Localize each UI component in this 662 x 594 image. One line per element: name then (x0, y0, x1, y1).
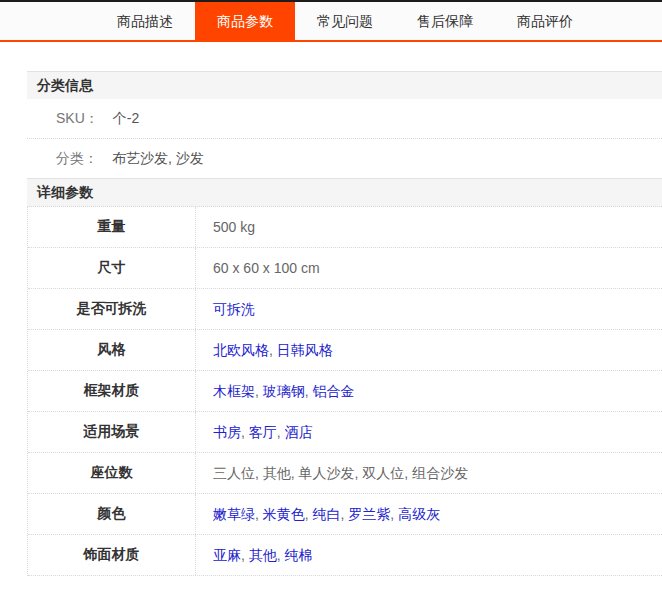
param-label: 座位数 (28, 453, 196, 493)
value-separator: , (255, 506, 263, 523)
value-separator: , (241, 424, 249, 441)
param-row-frame-material: 框架材质木框架, 玻璃钢, 铝合金 (28, 371, 662, 412)
param-value-text: 三人位 (213, 465, 255, 482)
param-value-text: 单人沙发 (299, 465, 355, 482)
param-label: 颜色 (28, 494, 196, 534)
category-info-title: 分类信息 (27, 71, 662, 99)
param-value-link[interactable]: 其他 (249, 547, 277, 564)
param-value-link[interactable]: 铝合金 (313, 383, 355, 400)
param-values: 60 x 60 x 100 cm (196, 248, 330, 288)
param-value-text: 500 kg (213, 219, 255, 236)
param-value-link[interactable]: 玻璃钢 (263, 383, 305, 400)
param-label: 框架材质 (28, 371, 196, 411)
param-value-link[interactable]: 木框架 (213, 383, 255, 400)
param-value-link[interactable]: 亚麻 (213, 547, 241, 564)
category-row-category: 分类：布艺沙发, 沙发 (27, 139, 662, 178)
category-row-value: 个-2 (113, 110, 139, 126)
param-table: 重量500 kg尺寸60 x 60 x 100 cm是否可拆洗可拆洗风格北欧风格… (27, 207, 662, 576)
tab-faq[interactable]: 常见问题 (295, 2, 395, 40)
param-row-size: 尺寸60 x 60 x 100 cm (28, 248, 662, 289)
param-row-finish-material: 饰面材质亚麻, 其他, 纯棉 (28, 535, 662, 576)
param-value-link[interactable]: 纯棉 (285, 547, 313, 564)
param-row-seats: 座位数三人位, 其他, 单人沙发, 双人位, 组合沙发 (28, 453, 662, 494)
category-row-label: 分类： (56, 150, 98, 166)
param-label: 适用场景 (28, 412, 196, 452)
param-value-text: 双人位 (362, 465, 404, 482)
param-row-color: 颜色嫩草绿, 米黄色, 纯白, 罗兰紫, 高级灰 (28, 494, 662, 535)
category-row-sku: SKU：个-2 (27, 99, 662, 139)
value-separator: , (355, 465, 363, 482)
product-tabs: 商品描述商品参数常见问题售后保障商品评价 (0, 2, 662, 42)
value-separator: , (241, 547, 249, 564)
detail-params-title: 详细参数 (27, 178, 662, 207)
param-value-link[interactable]: 可拆洗 (213, 301, 255, 318)
param-label: 尺寸 (28, 248, 196, 288)
param-row-scene: 适用场景书房, 客厅, 酒店 (28, 412, 662, 453)
param-values: 亚麻, 其他, 纯棉 (196, 535, 323, 575)
value-separator: , (255, 465, 263, 482)
param-values: 书房, 客厅, 酒店 (196, 412, 323, 452)
param-value-text: 其他 (263, 465, 291, 482)
param-value-link[interactable]: 纯白 (313, 506, 341, 523)
param-value-link[interactable]: 米黄色 (263, 506, 305, 523)
value-separator: , (305, 506, 313, 523)
param-value-link[interactable]: 罗兰紫 (348, 506, 390, 523)
param-row-weight: 重量500 kg (28, 207, 662, 248)
param-values: 嫩草绿, 米黄色, 纯白, 罗兰紫, 高级灰 (196, 494, 450, 534)
detail-params-section: 详细参数 重量500 kg尺寸60 x 60 x 100 cm是否可拆洗可拆洗风… (27, 178, 662, 576)
param-values: 北欧风格, 日韩风格 (196, 330, 343, 370)
tab-product-params[interactable]: 商品参数 (195, 2, 295, 40)
param-row-style: 风格北欧风格, 日韩风格 (28, 330, 662, 371)
param-label: 是否可拆洗 (28, 289, 196, 329)
param-label: 重量 (28, 207, 196, 247)
param-value-link[interactable]: 酒店 (285, 424, 313, 441)
value-separator: , (277, 547, 285, 564)
value-separator: , (269, 342, 277, 359)
category-rows: SKU：个-2分类：布艺沙发, 沙发 (27, 99, 662, 178)
value-separator: , (291, 465, 299, 482)
value-separator: , (255, 383, 263, 400)
param-values: 三人位, 其他, 单人沙发, 双人位, 组合沙发 (196, 453, 478, 493)
category-row-label: SKU： (56, 110, 99, 126)
param-value-text: 组合沙发 (412, 465, 468, 482)
content: 分类信息 SKU：个-2分类：布艺沙发, 沙发 详细参数 重量500 kg尺寸6… (27, 71, 662, 576)
value-separator: , (341, 506, 349, 523)
value-separator: , (404, 465, 412, 482)
param-values: 木框架, 玻璃钢, 铝合金 (196, 371, 365, 411)
param-label: 风格 (28, 330, 196, 370)
param-value-link[interactable]: 书房 (213, 424, 241, 441)
param-value-link[interactable]: 北欧风格 (213, 342, 269, 359)
param-label: 饰面材质 (28, 535, 196, 575)
param-values: 可拆洗 (196, 289, 265, 329)
tab-reviews[interactable]: 商品评价 (495, 2, 595, 40)
value-separator: , (305, 383, 313, 400)
tab-product-description[interactable]: 商品描述 (95, 2, 195, 40)
category-row-value: 布艺沙发, 沙发 (112, 150, 204, 166)
param-value-link[interactable]: 客厅 (249, 424, 277, 441)
value-separator: , (277, 424, 285, 441)
param-value-link[interactable]: 日韩风格 (277, 342, 333, 359)
param-value-text: 60 x 60 x 100 cm (213, 260, 320, 277)
param-value-link[interactable]: 高级灰 (398, 506, 440, 523)
param-values: 500 kg (196, 207, 265, 247)
tab-after-sales[interactable]: 售后保障 (395, 2, 495, 40)
param-value-link[interactable]: 嫩草绿 (213, 506, 255, 523)
param-row-washable: 是否可拆洗可拆洗 (28, 289, 662, 330)
value-separator: , (390, 506, 398, 523)
category-info-section: 分类信息 SKU：个-2分类：布艺沙发, 沙发 (27, 71, 662, 178)
